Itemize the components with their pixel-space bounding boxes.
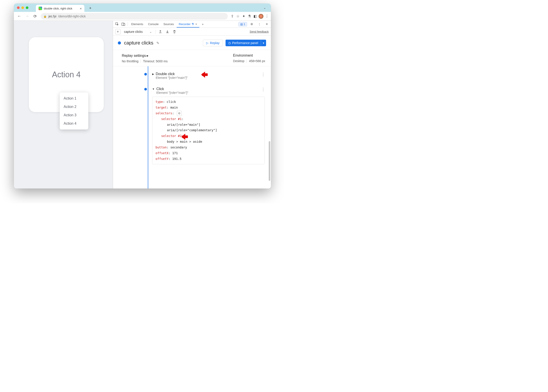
timeline-node bbox=[144, 73, 147, 76]
rendered-page: Action 4 Action 1 Action 2 Action 3 Acti… bbox=[14, 21, 113, 189]
throttle-value: No throttling bbox=[122, 59, 138, 63]
step-menu-icon[interactable]: ⋮ bbox=[260, 87, 267, 92]
issues-indicator[interactable]: ▤ 1 bbox=[238, 22, 247, 26]
gauge-icon: ◷ bbox=[228, 41, 231, 45]
selector2-label: selector #2 bbox=[161, 134, 182, 138]
side-panel-icon[interactable]: ◧ bbox=[253, 14, 257, 19]
tab-favicon bbox=[39, 7, 42, 10]
export-icon[interactable] bbox=[158, 29, 163, 34]
environment-label: Environment bbox=[233, 54, 253, 57]
tab-recorder[interactable]: Recorder ⚗ × bbox=[177, 21, 199, 28]
address-bar[interactable]: 🔒 jec.fyi/demo/dbl-right-click bbox=[41, 13, 228, 20]
card-heading: Action 4 bbox=[52, 70, 81, 79]
recorder-steps-list: ▶ Double click Element "[role="main"]" ⋮… bbox=[113, 66, 271, 189]
scrollbar-thumb[interactable] bbox=[269, 141, 270, 181]
replay-settings-toggle[interactable]: Replay settings ▸ bbox=[122, 54, 168, 58]
url-path: /demo/dbl-right-click bbox=[58, 14, 86, 18]
svg-rect-2 bbox=[124, 24, 125, 26]
new-tab-button[interactable]: + bbox=[87, 5, 93, 11]
menu-item-action-2[interactable]: Action 2 bbox=[60, 103, 88, 111]
detail-offsety: 191.5 bbox=[172, 157, 182, 161]
delete-trash-icon[interactable] bbox=[172, 29, 177, 34]
chevron-down-icon: ⌄ bbox=[149, 30, 152, 34]
step-subtitle: Element "[role="main"]" bbox=[156, 91, 258, 94]
url-host: jec.fyi bbox=[49, 14, 56, 18]
replay-settings-label: Replay settings bbox=[122, 54, 146, 58]
element-picker-icon[interactable]: ⯐ bbox=[177, 111, 182, 116]
recorder-settings-row: Replay settings ▸ No throttling Timeout:… bbox=[113, 50, 271, 66]
zoom-window-button[interactable] bbox=[26, 6, 28, 9]
chevron-down-icon[interactable]: ⌄ bbox=[262, 5, 268, 10]
new-recording-button[interactable]: + bbox=[115, 29, 120, 34]
devtools-panel: Elements Console Sources Recorder ⚗ × » … bbox=[113, 21, 271, 189]
toolbar-actions: ⇪ ☆ ✦ ⚗ ◧ ⋮ bbox=[230, 14, 269, 19]
labs-flask-icon[interactable]: ⚗ bbox=[247, 14, 252, 19]
devtools-menu-icon[interactable]: ⋮ bbox=[256, 21, 262, 27]
menu-item-action-1[interactable]: Action 1 bbox=[60, 94, 88, 103]
extensions-puzzle-icon[interactable]: ✦ bbox=[241, 14, 246, 19]
devtools-close-icon[interactable]: ✕ bbox=[264, 21, 270, 27]
browser-tab[interactable]: double click, right click × bbox=[36, 5, 84, 12]
browser-menu-icon[interactable]: ⋮ bbox=[265, 14, 269, 19]
environment-heading: Environment bbox=[233, 54, 265, 57]
tab-more[interactable]: » bbox=[200, 21, 206, 27]
performance-panel-dropdown[interactable]: ▾ bbox=[261, 40, 266, 46]
tab-sources[interactable]: Sources bbox=[161, 21, 176, 27]
device-value: Desktop bbox=[233, 59, 244, 63]
step-title[interactable]: Click bbox=[156, 87, 258, 91]
recorder-header: capture clicks ✎ ▷ Replay ◷ Performance … bbox=[113, 36, 271, 50]
step-menu-icon[interactable]: ⋮ bbox=[260, 72, 267, 77]
step-title[interactable]: Double click bbox=[156, 72, 258, 76]
replay-button[interactable]: ▷ Replay bbox=[203, 40, 223, 46]
caret-right-icon[interactable]: ▶ bbox=[152, 73, 154, 76]
replay-label: Replay bbox=[210, 41, 220, 45]
performance-panel-button[interactable]: ◷ Performance panel bbox=[225, 40, 261, 46]
selector2-value: body > main > aside bbox=[155, 139, 261, 145]
reload-button[interactable]: ⟳ bbox=[31, 13, 39, 20]
selector1-value-b: aria/[role="complementary"] bbox=[155, 127, 261, 133]
profile-avatar[interactable] bbox=[259, 14, 263, 19]
minimize-window-button[interactable] bbox=[21, 6, 24, 9]
recording-status-dot bbox=[118, 42, 121, 44]
content-split: Action 4 Action 1 Action 2 Action 3 Acti… bbox=[14, 21, 271, 189]
menu-item-action-3[interactable]: Action 3 bbox=[60, 111, 88, 119]
tab-elements[interactable]: Elements bbox=[129, 21, 145, 27]
tab-recorder-label: Recorder bbox=[179, 22, 190, 26]
import-icon[interactable] bbox=[165, 29, 170, 34]
send-feedback-link[interactable]: Send feedback bbox=[250, 30, 269, 33]
step-subtitle: Element "[role="main"]" bbox=[156, 76, 258, 79]
caret-down-icon[interactable]: ▼ bbox=[152, 88, 155, 90]
back-button[interactable]: ← bbox=[16, 13, 23, 20]
detail-target: main bbox=[170, 106, 178, 109]
edit-pencil-icon[interactable]: ✎ bbox=[156, 41, 159, 45]
devtools-tabbar: Elements Console Sources Recorder ⚗ × » … bbox=[113, 21, 271, 28]
tab-console[interactable]: Console bbox=[146, 21, 161, 27]
browser-toolbar: ← → ⟳ 🔒 jec.fyi/demo/dbl-right-click ⇪ ☆… bbox=[14, 12, 271, 21]
device-toggle-icon[interactable] bbox=[120, 21, 126, 27]
context-menu: Action 1 Action 2 Action 3 Action 4 bbox=[60, 92, 88, 129]
browser-window: double click, right click × + ⌄ ← → ⟳ 🔒 … bbox=[14, 4, 271, 189]
step-double-click: ▶ Double click Element "[role="main"]" ⋮ bbox=[146, 72, 267, 79]
menu-item-action-4[interactable]: Action 4 bbox=[60, 119, 88, 128]
recorder-toolbar: + capture clicks ⌄ Send feedback bbox=[113, 28, 271, 36]
perf-label: Performance panel bbox=[232, 41, 258, 45]
recording-selector[interactable]: capture clicks ⌄ bbox=[123, 29, 153, 34]
recording-selector-label: capture clicks bbox=[124, 30, 143, 34]
share-icon[interactable]: ⇪ bbox=[230, 14, 234, 19]
tab-close-icon[interactable]: × bbox=[195, 22, 197, 26]
window-titlebar: double click, right click × + ⌄ bbox=[14, 4, 271, 12]
selectors-label: selectors bbox=[155, 112, 172, 115]
traffic-lights bbox=[17, 6, 28, 9]
selector1-value-a: aria/[role="main"] bbox=[155, 122, 261, 128]
settings-gear-icon[interactable]: ⚙ bbox=[249, 21, 255, 27]
timeout-value: Timeout: 5000 ms bbox=[143, 59, 168, 63]
chat-icon: ▤ bbox=[240, 23, 243, 26]
recording-title: capture clicks bbox=[124, 40, 153, 46]
inspect-element-icon[interactable] bbox=[114, 21, 120, 27]
bookmark-star-icon[interactable]: ☆ bbox=[236, 14, 240, 19]
tab-close-icon[interactable]: × bbox=[80, 7, 82, 10]
caret-right-icon: ▸ bbox=[147, 54, 148, 58]
close-window-button[interactable] bbox=[17, 6, 20, 9]
selector1-label: selector #1 bbox=[161, 117, 182, 121]
detail-button: secondary bbox=[170, 146, 187, 149]
